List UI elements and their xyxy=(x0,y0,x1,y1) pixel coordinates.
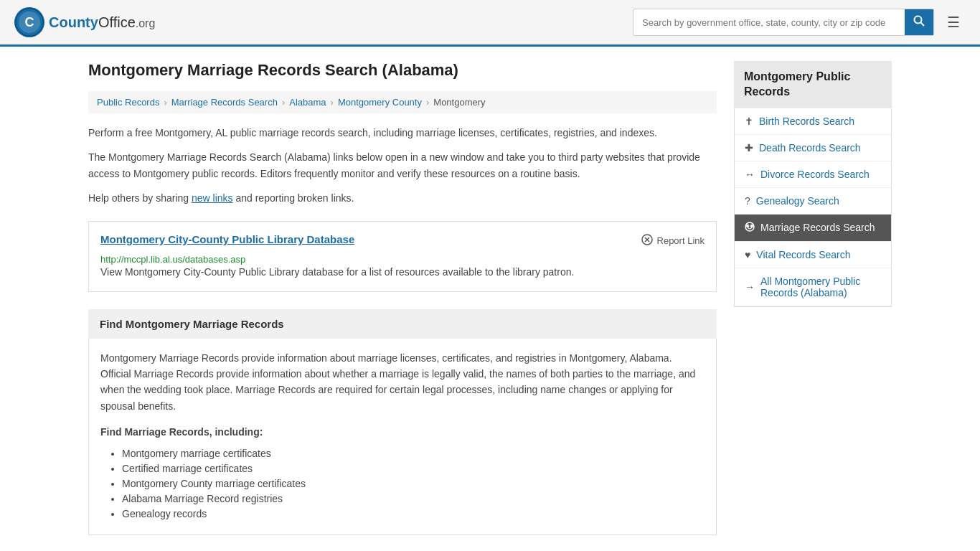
breadcrumb-montgomery-current: Montgomery xyxy=(433,97,485,108)
page-title: Montgomery Marriage Records Search (Alab… xyxy=(88,61,717,80)
svg-line-5 xyxy=(921,23,925,27)
breadcrumb-alabama[interactable]: Alabama xyxy=(289,97,326,108)
vital-icon: ♥ xyxy=(745,249,750,260)
death-icon: ✚ xyxy=(745,142,753,154)
sidebar-item-birth-records[interactable]: ✝ Birth Records Search xyxy=(735,108,891,135)
sidebar-item-genealogy[interactable]: ? Genealogy Search xyxy=(735,188,891,215)
resource-url[interactable]: http://mccpl.lib.al.us/databases.asp xyxy=(100,254,245,265)
sidebar-item-divorce-records[interactable]: ↔ Divorce Records Search xyxy=(735,161,891,188)
genealogy-icon: ? xyxy=(745,195,750,207)
logo-text: CountyOffice.org xyxy=(49,14,155,31)
intro-paragraph-3: Help others by sharing new links and rep… xyxy=(88,190,717,206)
find-records-list: Montgomery marriage certificates Certifi… xyxy=(100,448,705,519)
content-area: Montgomery Marriage Records Search (Alab… xyxy=(88,61,717,535)
sidebar-item-label: Genealogy Search xyxy=(756,195,839,207)
breadcrumb-marriage-records-search[interactable]: Marriage Records Search xyxy=(171,97,278,108)
sidebar-item-vital-records[interactable]: ♥ Vital Records Search xyxy=(735,242,891,268)
report-link-label: Report Link xyxy=(657,235,705,246)
find-section-title: Find Montgomery Marriage Records xyxy=(100,318,284,330)
birth-icon: ✝ xyxy=(745,116,753,127)
find-section-body: Montgomery Marriage Records provide info… xyxy=(100,350,705,415)
arrow-icon: → xyxy=(745,281,755,293)
sidebar-item-label: Death Records Search xyxy=(759,142,861,154)
svg-point-4 xyxy=(915,17,922,24)
marriage-icon xyxy=(745,222,755,234)
logo-icon: C xyxy=(14,7,44,37)
breadcrumb: Public Records › Marriage Records Search… xyxy=(88,91,717,113)
main-container: Montgomery Marriage Records Search (Alab… xyxy=(74,47,906,550)
sidebar-nav: ✝ Birth Records Search ✚ Death Records S… xyxy=(734,108,892,307)
breadcrumb-public-records[interactable]: Public Records xyxy=(97,97,159,108)
report-icon xyxy=(641,233,654,249)
search-bar xyxy=(633,9,934,36)
sidebar-item-marriage-records[interactable]: Marriage Records Search xyxy=(735,215,891,242)
new-links-link[interactable]: new links xyxy=(192,192,233,204)
resource-card: Montgomery City-County Public Library Da… xyxy=(88,221,717,292)
breadcrumb-montgomery-county[interactable]: Montgomery County xyxy=(338,97,422,108)
sidebar-item-label: Marriage Records Search xyxy=(760,222,875,233)
menu-button[interactable]: ☰ xyxy=(941,11,966,34)
sidebar-all-label: All Montgomery Public Records (Alabama) xyxy=(760,276,881,298)
sidebar-item-all-records[interactable]: → All Montgomery Public Records (Alabama… xyxy=(735,268,891,306)
svg-point-9 xyxy=(750,225,753,227)
list-item: Montgomery County marriage certificates xyxy=(122,478,705,489)
resource-title-link[interactable]: Montgomery City-County Public Library Da… xyxy=(100,233,354,245)
find-list-header: Find Marriage Records, including: xyxy=(100,424,705,440)
sidebar-item-label: Vital Records Search xyxy=(756,249,850,260)
svg-point-8 xyxy=(746,225,749,227)
svg-text:C: C xyxy=(25,15,34,29)
search-input[interactable] xyxy=(633,11,905,34)
divorce-icon: ↔ xyxy=(745,169,755,180)
search-button[interactable] xyxy=(905,9,933,35)
intro-paragraph-1: Perform a free Montgomery, AL public mar… xyxy=(88,125,717,141)
list-item: Certified marriage certificates xyxy=(122,463,705,474)
list-item: Montgomery marriage certificates xyxy=(122,448,705,459)
sidebar-title: Montgomery Public Records xyxy=(734,61,892,108)
logo-area: C CountyOffice.org xyxy=(14,7,155,37)
sidebar-item-label: Divorce Records Search xyxy=(760,169,870,180)
report-link[interactable]: Report Link xyxy=(641,233,705,249)
site-header: C CountyOffice.org ☰ xyxy=(0,0,980,47)
header-right: ☰ xyxy=(633,9,966,36)
find-section-header: Find Montgomery Marriage Records xyxy=(88,309,717,339)
find-section-content: Montgomery Marriage Records provide info… xyxy=(88,339,717,535)
sidebar: Montgomery Public Records ✝ Birth Record… xyxy=(734,61,892,535)
intro-paragraph-2: The Montgomery Marriage Records Search (… xyxy=(88,149,717,182)
list-item: Alabama Marriage Record registries xyxy=(122,493,705,504)
sidebar-item-label: Birth Records Search xyxy=(759,116,854,127)
resource-description: View Montgomery City-County Public Libra… xyxy=(100,265,705,280)
sidebar-item-death-records[interactable]: ✚ Death Records Search xyxy=(735,135,891,161)
list-item: Genealogy records xyxy=(122,508,705,519)
